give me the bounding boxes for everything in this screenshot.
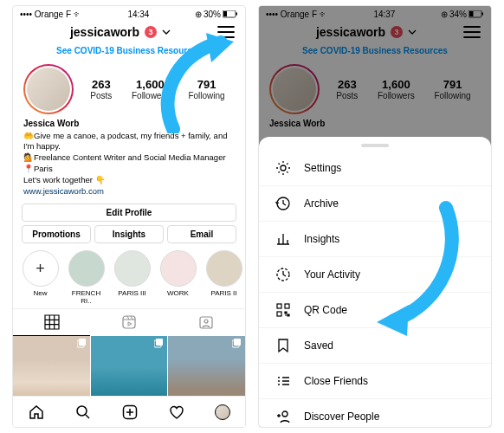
settings-icon [275, 159, 292, 177]
closefriends-icon [275, 372, 292, 390]
menu-saved[interactable]: Saved [259, 328, 491, 364]
carousel-icon [154, 339, 165, 349]
carousel-icon [77, 339, 87, 349]
nav-avatar[interactable] [215, 404, 230, 420]
carousel-icon [232, 339, 242, 349]
svg-rect-1 [223, 11, 227, 16]
home-icon[interactable] [28, 404, 45, 421]
edit-profile-button[interactable]: Edit Profile [22, 204, 236, 222]
svg-rect-2 [236, 12, 238, 15]
svg-rect-6 [79, 339, 86, 346]
menu-discover-people[interactable]: Discover People [259, 399, 491, 428]
insights-icon [275, 230, 292, 248]
covid-banner[interactable]: See COVID-19 Business Resources [13, 41, 245, 61]
create-icon[interactable] [121, 404, 139, 421]
archive-icon [275, 195, 292, 212]
username[interactable]: jessicaworb 3 [70, 25, 171, 39]
website-link[interactable]: www.jessicaworb.com [23, 186, 235, 197]
menu-label: Insights [304, 233, 339, 245]
svg-point-24 [278, 380, 280, 382]
menu-label: Close Friends [304, 375, 368, 387]
svg-rect-8 [156, 339, 163, 346]
activity-icon [275, 266, 292, 283]
tab-tagged[interactable] [168, 309, 245, 336]
tab-reels[interactable] [90, 309, 167, 336]
menu-insights[interactable]: Insights [259, 222, 491, 257]
qr-icon [275, 301, 292, 319]
svg-rect-22 [277, 312, 281, 316]
menu-settings[interactable]: Settings [259, 151, 491, 186]
profile-bio: Jessica Worb 🤲Give me a canoe, a podcast… [13, 116, 245, 202]
saved-icon [275, 337, 292, 354]
insights-button[interactable]: Insights [94, 225, 164, 243]
avatar[interactable] [23, 64, 74, 114]
phone-left: •••• Orange F ᯤ 14:34 ⊕ 30% jessicaworb … [12, 5, 246, 428]
promotions-button[interactable]: Promotions [22, 225, 91, 243]
stat-following[interactable]: 791Following [188, 78, 224, 100]
sheet-grabber[interactable] [361, 144, 389, 147]
menu-qr-code[interactable]: QR Code [259, 293, 491, 328]
status-bar: •••• Orange F ᯤ 14:34 ⊕ 30% [13, 6, 245, 22]
story-highlights: +NewFRENCH RI..PARIS IIIWORKPARIS II [13, 245, 245, 308]
svg-point-17 [281, 165, 286, 171]
svg-point-25 [278, 384, 280, 385]
highlight-4[interactable]: PARIS II [204, 250, 244, 305]
menu-label: QR Code [304, 304, 347, 316]
hamburger-menu-icon[interactable] [217, 25, 235, 39]
svg-point-26 [282, 411, 288, 417]
menu-sheet: SettingsArchiveInsightsYour ActivityQR C… [259, 137, 491, 427]
menu-label: Saved [304, 339, 333, 352]
profile-stats: 263Posts 1,600Followers 791Following [81, 78, 235, 100]
svg-point-23 [278, 377, 280, 378]
highlight-new[interactable]: +New [20, 250, 61, 305]
bottom-nav [13, 396, 245, 427]
menu-label: Discover People [304, 410, 379, 423]
menu-archive[interactable]: Archive [259, 186, 491, 222]
email-button[interactable]: Email [167, 225, 236, 243]
profile-header: jessicaworb 3 [13, 22, 245, 41]
stat-posts[interactable]: 263Posts [90, 78, 112, 100]
highlight-2[interactable]: PARIS III [112, 250, 152, 305]
profile-tabs [13, 308, 245, 336]
notification-badge: 3 [145, 26, 157, 38]
discover-icon [275, 408, 292, 425]
svg-rect-20 [277, 304, 281, 308]
phone-right: •••• Orange F ᯤ 14:37 ⊕ 34% jessicaworb3… [258, 5, 492, 428]
menu-label: Settings [304, 162, 341, 174]
chevron-down-icon [162, 28, 171, 36]
menu-close-friends[interactable]: Close Friends [259, 364, 491, 399]
stat-followers[interactable]: 1,600Followers [132, 78, 169, 100]
highlight-1[interactable]: FRENCH RI.. [66, 250, 107, 305]
highlight-3[interactable]: WORK [158, 250, 198, 305]
svg-point-12 [77, 406, 87, 416]
menu-your-activity[interactable]: Your Activity [259, 257, 491, 293]
svg-rect-10 [234, 339, 241, 346]
search-icon[interactable] [74, 404, 92, 421]
tab-grid[interactable] [13, 309, 90, 336]
svg-point-5 [204, 320, 208, 323]
activity-heart-icon[interactable] [168, 404, 185, 421]
menu-label: Archive [304, 197, 339, 210]
svg-rect-21 [285, 304, 289, 308]
menu-label: Your Activity [304, 268, 360, 281]
